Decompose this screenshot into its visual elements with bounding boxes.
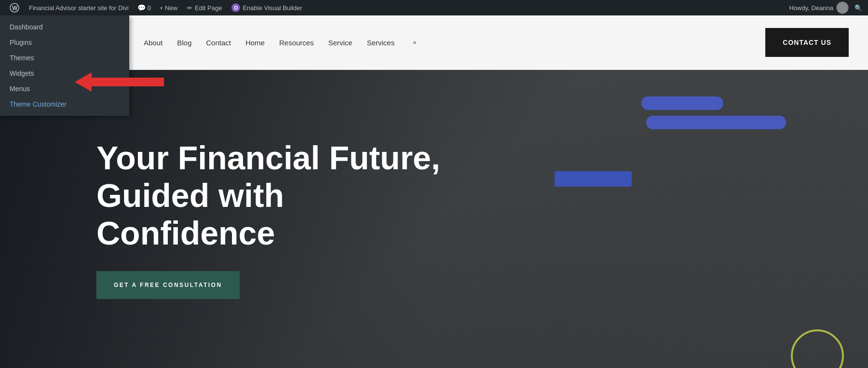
- enable-vb-label: Enable Visual Builder: [243, 4, 302, 12]
- appearance-dropdown: Dashboard Plugins Themes Widgets Menus T…: [0, 15, 129, 116]
- nav-contact[interactable]: Contact: [206, 39, 231, 47]
- nav-home[interactable]: Home: [245, 39, 265, 47]
- contact-us-button[interactable]: CONTACT US: [765, 28, 849, 57]
- hero-highlight-1: [641, 96, 723, 110]
- hero-content: Your Financial Future, Guided with Confi…: [96, 139, 868, 300]
- svg-text:W: W: [12, 5, 18, 12]
- arrow-head: [75, 72, 92, 92]
- nav-blog[interactable]: Blog: [177, 39, 191, 47]
- enable-vb-button[interactable]: D Enable Visual Builder: [227, 0, 307, 15]
- arrow-body: [92, 78, 164, 86]
- edit-icon: ✏: [187, 4, 192, 12]
- nav-service[interactable]: Service: [328, 39, 353, 47]
- main-nav: About Blog Contact Home Resources Servic…: [144, 38, 418, 47]
- hero-section: Your Financial Future, Guided with Confi…: [0, 70, 868, 368]
- adminbar-search-button[interactable]: 🔍: [854, 4, 863, 12]
- comments-button[interactable]: 💬 0: [134, 0, 155, 15]
- edit-page-label: Edit Page: [195, 4, 222, 12]
- user-avatar: [836, 1, 849, 14]
- nav-resources[interactable]: Resources: [279, 39, 314, 47]
- user-profile-button[interactable]: Howdy, Deanna: [784, 0, 854, 15]
- site-title-label: Financial Advisor starter site for Divi: [29, 4, 129, 12]
- nav-search-icon[interactable]: ⚬: [411, 38, 418, 47]
- hero-title-line1: Your Financial Future, Guided with: [96, 139, 440, 214]
- nav-about[interactable]: About: [144, 39, 163, 47]
- edit-page-button[interactable]: ✏ Edit Page: [182, 0, 227, 15]
- comment-count: 0: [148, 4, 151, 12]
- wp-logo-button[interactable]: W: [5, 0, 24, 15]
- howdy-text: Howdy, Deanna: [789, 4, 833, 12]
- site-title-button[interactable]: Financial Advisor starter site for Divi: [24, 0, 134, 15]
- new-label: + New: [160, 4, 177, 12]
- arrow-annotation: [75, 72, 164, 92]
- hero-title-line2: Confidence: [96, 215, 275, 251]
- new-content-button[interactable]: + New: [155, 0, 182, 15]
- dropdown-item-theme-customizer[interactable]: Theme Customizer: [0, 96, 129, 112]
- hero-highlight-2: [646, 116, 786, 129]
- admin-bar: W Financial Advisor starter site for Div…: [0, 0, 868, 15]
- cta-button[interactable]: GET A FREE CONSULTATION: [96, 271, 240, 299]
- dropdown-item-plugins[interactable]: Plugins: [0, 35, 129, 50]
- comment-icon: 💬: [137, 4, 146, 12]
- dropdown-item-themes[interactable]: Themes: [0, 50, 129, 66]
- divi-icon: D: [231, 3, 240, 12]
- hero-title: Your Financial Future, Guided with Confi…: [96, 139, 555, 252]
- dropdown-item-dashboard[interactable]: Dashboard: [0, 19, 129, 35]
- site-header: About Blog Contact Home Resources Servic…: [129, 15, 868, 70]
- nav-services[interactable]: Services: [367, 39, 395, 47]
